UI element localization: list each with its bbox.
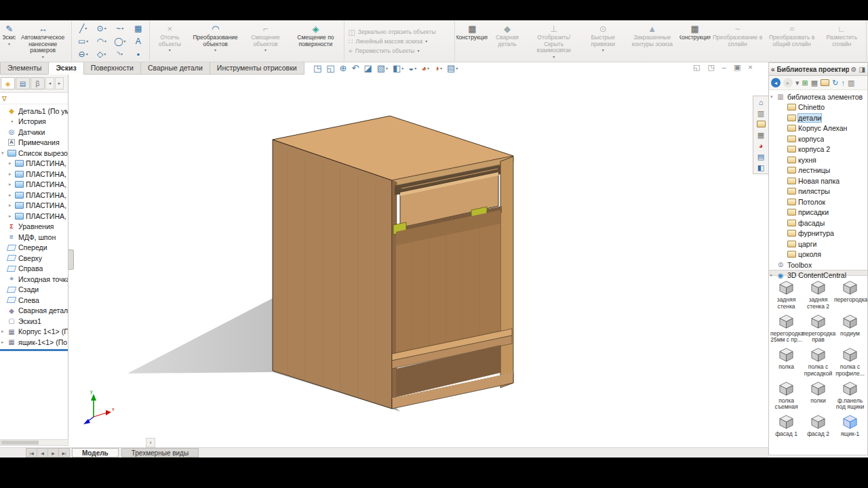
library-thumbnail-item[interactable]: фасад 1 — [770, 413, 802, 439]
library-tree-item[interactable]: цоколя — [769, 249, 867, 260]
headsup-button[interactable]: ▧ ▾ — [377, 63, 388, 73]
custom-properties-icon[interactable]: ▤ — [753, 151, 768, 162]
expand-arrow-icon[interactable]: ▸ — [1, 340, 7, 345]
headsup-button[interactable]: ▤ ▾ — [447, 63, 458, 73]
feature-tree-item[interactable]: История — [0, 117, 68, 127]
forward-icon[interactable]: ► — [783, 78, 793, 87]
commandmanager-tab[interactable]: Инструменты отрисовки — [210, 62, 304, 75]
close-icon[interactable]: × — [748, 63, 752, 72]
headsup-button[interactable]: ⊕ — [340, 63, 347, 73]
ribbon-button[interactable]: Конструкция — [679, 21, 711, 60]
dropdown-caret-icon[interactable]: ▾ — [104, 26, 106, 30]
library-tree-item[interactable]: Новая папка — [769, 176, 867, 186]
previous-document-icon[interactable]: ◱ — [693, 63, 700, 72]
feature-tree-item[interactable]: Сварная деталь — [0, 306, 68, 317]
next-document-icon[interactable]: ◳ — [707, 63, 714, 72]
create-folder-icon[interactable]: ▥ — [848, 79, 854, 87]
open-folder-icon[interactable] — [821, 79, 829, 86]
library-thumbnail-item[interactable]: полка съемная — [770, 380, 802, 412]
design-library-icon[interactable]: ▥ — [753, 108, 768, 119]
ribbon-button[interactable]: Отобразить/Скрыть взаимосвязи ▾ — [527, 21, 581, 60]
view-palette-icon[interactable]: ▦ — [753, 129, 768, 140]
sketch-entity-button[interactable]: ▦ — [129, 22, 147, 35]
viewport-3d-model[interactable]: y x — [69, 75, 768, 447]
commandmanager-tab[interactable]: Эскиз — [48, 62, 83, 75]
dropdown-caret-icon[interactable]: ▾ — [85, 26, 87, 30]
next-tab-icon[interactable]: ▶ — [47, 448, 59, 458]
sketch-entity-button[interactable]: ◠ ▾ — [92, 35, 111, 47]
dropdown-caret-icon[interactable]: ▾ — [440, 66, 442, 70]
library-tree-item[interactable]: ▾ библиотека элементов — [769, 92, 867, 102]
tree-horizontal-scrollbar[interactable] — [0, 439, 68, 446]
scrollbar-thumb[interactable] — [1, 441, 39, 445]
ribbon-button[interactable]: Отсечь объекты ▾ — [151, 21, 188, 60]
sketch-entity-button[interactable]: ╱ ▾ — [74, 22, 92, 35]
expand-arrow-icon[interactable]: ▸ — [1, 329, 7, 334]
dropdown-caret-icon[interactable]: ▾ — [169, 48, 171, 52]
sketch-entity-button[interactable]: ⊖ ▾ — [74, 47, 92, 60]
dropdown-caret-icon[interactable]: ▾ — [121, 26, 123, 30]
library-tree-item[interactable]: фурнитура — [769, 228, 867, 239]
sketch-entity-button[interactable]: ▪ — [129, 47, 147, 60]
feature-tree-item[interactable]: ▸ ящик-1<1> (По умолч — [0, 337, 68, 348]
document-tab[interactable]: Модель — [72, 448, 119, 458]
dropdown-caret-icon[interactable]: ▾ — [121, 52, 123, 56]
library-thumbnail-item[interactable]: полка — [770, 346, 802, 378]
feature-tree-item[interactable]: Уравнения — [0, 222, 68, 232]
dropdown-caret-icon[interactable]: ▾ — [264, 48, 267, 52]
ribbon-button[interactable]: Быстрые привязки ▾ — [581, 21, 625, 60]
history-caret-icon[interactable]: ▾ — [795, 79, 800, 87]
library-tree-item[interactable]: Chinetto — [769, 102, 867, 113]
ribbon-button[interactable]: Смещение объектов ▾ — [243, 21, 289, 60]
feature-tree-item[interactable]: Сзади — [0, 285, 68, 296]
expand-arrow-icon[interactable]: ▸ — [9, 214, 14, 219]
feature-tree-item[interactable]: ▸ ПЛАСТИНА, 40 x — [0, 211, 68, 222]
tabs-scroll-left-icon[interactable]: ◂ — [45, 77, 54, 89]
expand-arrow-icon[interactable]: ▸ — [9, 161, 14, 166]
library-thumbnail-item[interactable]: задняя стенка — [770, 279, 802, 311]
library-thumbnail-item[interactable]: перегородка прав — [802, 313, 834, 345]
library-tree-item[interactable]: Корпус Алехан — [769, 123, 867, 134]
dropdown-caret-icon[interactable]: ▾ — [104, 52, 106, 56]
resources-home-icon[interactable]: ⌂ — [753, 97, 768, 108]
dropdown-caret-icon[interactable]: ▾ — [417, 49, 419, 53]
last-tab-icon[interactable]: ▶| — [58, 448, 70, 458]
refresh-icon[interactable]: ↻ — [832, 79, 838, 87]
feature-tree-item[interactable]: ▸ ПЛАСТИНА, 17 x — [0, 169, 68, 180]
library-tree-item[interactable]: Потолок — [769, 197, 867, 207]
library-tree-item[interactable]: пилястры — [769, 186, 867, 197]
scroll-right-button[interactable]: › — [146, 438, 155, 447]
library-thumbnail-item[interactable]: задняя стенка 2 — [802, 279, 834, 311]
move-up-icon[interactable]: ↑ — [841, 79, 845, 87]
rollback-bar[interactable] — [0, 349, 68, 351]
feature-tree-item[interactable]: МДФ, шпон — [0, 232, 68, 243]
dropdown-caret-icon[interactable]: ▾ — [42, 55, 44, 59]
expand-arrow-icon[interactable]: ▸ — [9, 192, 14, 198]
sketch-entity-button[interactable]: A — [129, 35, 147, 47]
dropdown-caret-icon[interactable]: ▾ — [86, 52, 88, 56]
dropdown-caret-icon[interactable]: ▾ — [86, 39, 88, 43]
library-tree-item[interactable]: корпуса — [769, 134, 867, 144]
ribbon-button[interactable]: Закрашенные контуры эскиза — [625, 21, 679, 60]
pin-icon[interactable]: ◨ — [859, 66, 865, 73]
ribbon-menu-button[interactable]: Зеркально отразить объекты — [348, 28, 451, 36]
dropdown-caret-icon[interactable]: ▾ — [401, 66, 403, 70]
add-to-library-icon[interactable]: ⊞ — [802, 79, 808, 87]
ribbon-button[interactable]: Смещение по поверхности — [288, 21, 342, 60]
dropdown-caret-icon[interactable]: ▾ — [602, 48, 604, 52]
ribbon-button[interactable]: Эскиз ▾ — [3, 21, 16, 60]
library-tree-item[interactable]: Toolbox — [769, 260, 867, 270]
ribbon-menu-button[interactable]: Линейный массив эскиза ▾ — [348, 37, 451, 45]
sketch-entity-button[interactable]: ▭ ▾ — [74, 35, 92, 47]
feature-tree-item[interactable]: ▸ ПЛАСТИНА, 17 x — [0, 190, 68, 201]
library-thumbnail-item[interactable]: подиум — [834, 313, 866, 345]
library-thumbnail-item[interactable]: фасад 2 — [802, 413, 834, 439]
dropdown-caret-icon[interactable]: ▾ — [425, 39, 427, 43]
feature-tree-item[interactable]: ▸ Корпус 1<1> (По умол — [0, 327, 68, 338]
sketch-entity-button[interactable]: ⊙ ▾ — [92, 22, 111, 35]
library-tree-item[interactable]: присадки — [769, 207, 867, 218]
sketch-entity-button[interactable]: ~ ▾ — [111, 22, 129, 35]
expand-arrow-icon[interactable]: ▾ — [1, 150, 7, 156]
appearances-icon[interactable]: ◕ — [753, 140, 768, 151]
expand-arrow-icon[interactable]: ▸ — [9, 203, 14, 208]
